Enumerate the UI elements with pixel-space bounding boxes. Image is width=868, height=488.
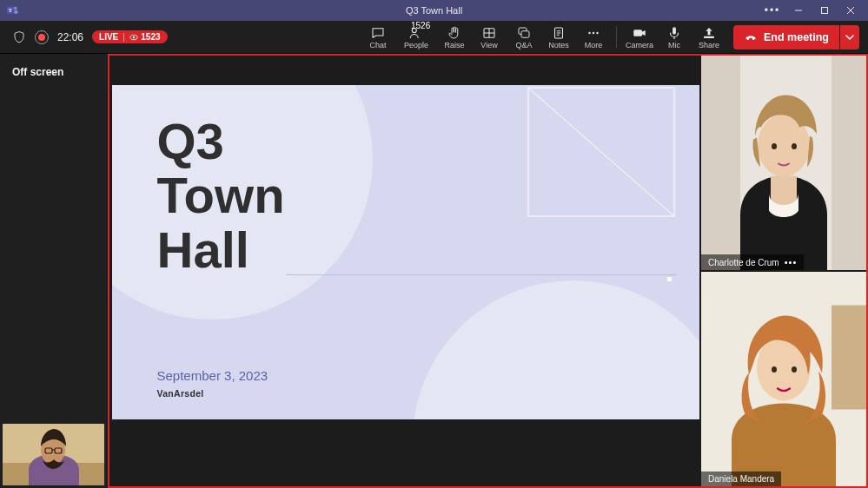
participant-more-icon[interactable]: ••• xyxy=(785,257,798,267)
svg-rect-15 xyxy=(521,30,529,37)
chevron-down-icon xyxy=(845,33,854,42)
svg-point-22 xyxy=(596,31,598,33)
raise-hand-icon xyxy=(447,25,462,41)
camera-button[interactable]: Camera xyxy=(622,21,657,53)
close-button[interactable] xyxy=(838,0,863,21)
notes-button[interactable]: Notes xyxy=(541,21,576,53)
svg-point-21 xyxy=(593,31,594,33)
teams-logo-icon: T xyxy=(7,4,19,16)
mic-icon xyxy=(666,25,682,41)
offscreen-heading: Off screen xyxy=(12,66,96,78)
svg-point-9 xyxy=(133,36,136,38)
svg-rect-35 xyxy=(832,306,866,410)
share-button[interactable]: Share xyxy=(692,21,726,53)
participant-feed-column: Charlotte de Crum ••• xyxy=(701,56,866,486)
mic-button[interactable]: Mic xyxy=(657,21,692,53)
raise-hand-button[interactable]: Raise xyxy=(437,21,472,53)
qa-icon xyxy=(516,25,532,41)
svg-point-33 xyxy=(792,143,797,149)
svg-rect-24 xyxy=(673,27,676,34)
slide-brand: VanArsdel xyxy=(157,388,204,399)
participant-video-placeholder-icon xyxy=(701,272,866,486)
meeting-timer: 22:06 xyxy=(57,31,83,43)
qa-button[interactable]: Q&A xyxy=(507,21,541,53)
participant-video-placeholder-icon xyxy=(701,56,866,270)
participant-feed[interactable]: Daniela Mandera xyxy=(701,272,866,486)
meeting-controlbar: 22:06 LIVE 1523 Chat 1526 People Raise V… xyxy=(0,21,868,54)
view-button[interactable]: View xyxy=(472,21,507,53)
svg-point-37 xyxy=(772,366,777,373)
viewer-count: 1523 xyxy=(141,32,160,42)
end-meeting-label: End meeting xyxy=(764,31,829,43)
participant-name-label: Charlotte de Crum ••• xyxy=(701,254,804,270)
offscreen-panel: Off screen xyxy=(0,54,108,488)
svg-point-1 xyxy=(14,7,17,10)
slide-date: September 3, 2023 xyxy=(157,368,268,383)
more-button[interactable]: More xyxy=(576,21,611,53)
chat-icon xyxy=(370,25,386,41)
presentation-slide: Q3 Town Hall September 3, 2023 VanArsdel xyxy=(112,85,699,419)
svg-point-32 xyxy=(772,143,777,149)
participant-name-label: Daniela Mandera xyxy=(701,472,781,486)
svg-rect-30 xyxy=(832,56,866,270)
people-count: 1526 xyxy=(411,21,430,30)
svg-rect-2 xyxy=(14,10,17,14)
camera-icon xyxy=(632,25,647,41)
chat-button[interactable]: Chat xyxy=(361,21,395,53)
eye-icon xyxy=(129,33,138,42)
live-badge-label: LIVE xyxy=(99,32,118,42)
maximize-button[interactable] xyxy=(812,0,837,21)
svg-rect-23 xyxy=(633,30,642,36)
shared-content[interactable]: Q3 Town Hall September 3, 2023 VanArsdel xyxy=(109,56,701,486)
minimize-button[interactable] xyxy=(786,0,811,21)
live-badge: LIVE 1523 xyxy=(92,30,167,43)
notes-icon xyxy=(551,25,567,41)
participant-feed[interactable]: Charlotte de Crum ••• xyxy=(701,56,866,270)
svg-rect-5 xyxy=(822,8,828,14)
svg-point-20 xyxy=(588,31,590,33)
end-meeting-menu-button[interactable] xyxy=(840,25,859,49)
svg-rect-29 xyxy=(701,56,740,270)
svg-point-38 xyxy=(792,366,797,373)
people-button[interactable]: 1526 People xyxy=(395,21,437,53)
slide-decor-rect xyxy=(527,87,675,217)
toolbar-divider xyxy=(616,26,617,48)
self-video-placeholder-icon xyxy=(3,424,104,485)
view-grid-icon xyxy=(481,25,497,41)
recording-indicator-icon xyxy=(35,30,49,44)
self-video-thumb[interactable] xyxy=(3,424,104,485)
titlebar: T Q3 Town Hall ••• xyxy=(0,0,868,21)
more-icon xyxy=(586,25,601,41)
slide-title: Q3 Town Hall xyxy=(157,115,285,278)
stage: Q3 Town Hall September 3, 2023 VanArsdel xyxy=(108,54,868,488)
svg-line-27 xyxy=(528,88,674,216)
hangup-icon xyxy=(744,30,758,44)
window-title: Q3 Town Hall xyxy=(406,5,462,16)
titlebar-more-icon[interactable]: ••• xyxy=(760,0,785,21)
svg-text:T: T xyxy=(9,8,12,13)
end-meeting-button[interactable]: End meeting xyxy=(733,25,839,49)
share-icon xyxy=(701,25,717,41)
shield-icon[interactable] xyxy=(12,30,26,44)
svg-rect-25 xyxy=(704,36,714,37)
